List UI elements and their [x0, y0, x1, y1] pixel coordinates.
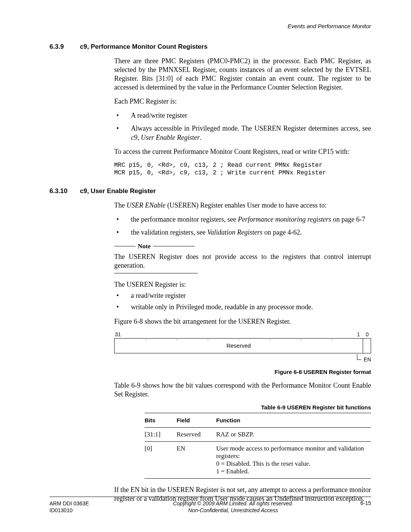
paragraph: The USER ENable (USEREN) Register enable… — [114, 201, 371, 210]
rule-line — [153, 246, 195, 246]
cell-field: EN — [177, 441, 216, 478]
doc-subid: ID013010 — [49, 507, 133, 514]
note-close-rule — [114, 273, 198, 273]
footer-left: ARM DDI 0363E ID013010 — [49, 500, 133, 514]
paragraph: To access the current Performance Monito… — [114, 147, 371, 156]
note-open-rule: Note — [114, 243, 371, 250]
col-header-bits: Bits — [145, 413, 177, 427]
paragraph: Each PMC Register is: — [114, 97, 371, 106]
xref: Performance monitoring registers — [238, 216, 331, 223]
bullet-list: a read/write register writable only in P… — [114, 291, 371, 312]
register-fields: Reserved — [114, 338, 371, 353]
rule-line — [114, 246, 135, 246]
function-line: 1 = Enabled. — [216, 468, 366, 475]
cell-field: Reserved — [177, 427, 216, 441]
useren-bit-table: Bits Field Function [31:1] Reserved RAZ … — [145, 413, 371, 479]
bullet-list: A read/write register Always accessible … — [114, 111, 371, 142]
classification: Non-Confidential, Unrestricted Access — [133, 507, 333, 514]
section-639-body: There are three PMC Registers (PMC0-PMC2… — [114, 57, 371, 177]
note-body: The USEREN Register does not provide acc… — [114, 252, 371, 270]
list-item: the performance monitor registers, see P… — [114, 215, 371, 224]
bit-label-31: 31 — [114, 331, 354, 337]
section-number: 6.3.10 — [49, 187, 80, 195]
text: The — [114, 201, 126, 209]
term: USER ENable — [126, 201, 165, 209]
bullet-list: the performance monitor registers, see P… — [114, 215, 371, 237]
page-footer: ARM DDI 0363E ID013010 Copyright © 2009 … — [49, 497, 371, 514]
code-block: MRC p15, 0, <Rd>, c9, c13, 2 ; Read curr… — [114, 161, 371, 177]
text: the performance monitor registers, see — [131, 216, 238, 223]
text: (USEREN) Register enables User mode to h… — [166, 201, 327, 209]
list-item: writable only in Privileged mode, readab… — [114, 303, 371, 312]
list-item: Always accessible in Privileged mode. Th… — [114, 124, 371, 142]
function-line: 0 = Disabled. This is the reset value. — [216, 460, 366, 468]
cell-bits: [0] — [145, 441, 177, 478]
text: Always accessible in Privileged mode. Th… — [131, 125, 371, 132]
register-bit-labels: 31 1 0 — [114, 331, 371, 337]
register-figure: 31 1 0 Reserved EN — [114, 331, 371, 361]
copyright: Copyright © 2009 ARM Limited. All rights… — [133, 500, 333, 507]
footer-right: 6-15 — [333, 500, 371, 506]
table-caption: Table 6-9 USEREN Register bit functions — [145, 404, 371, 411]
section-heading-6310: 6.3.10 c9, User Enable Register — [49, 187, 371, 195]
table-header-row: Bits Field Function — [145, 413, 371, 427]
note-label: Note — [135, 243, 153, 250]
table-region: Table 6-9 USEREN Register bit functions … — [145, 404, 371, 479]
table-row: [31:1] Reserved RAZ or SBZP. — [145, 427, 371, 441]
list-item: A read/write register — [114, 111, 371, 120]
bit-label-0: 0 — [363, 331, 371, 337]
text: on page 4-62. — [263, 228, 302, 236]
paragraph: Figure 6-8 shows the bit arrangement for… — [114, 317, 371, 326]
function-line: User mode access to performance monitor … — [216, 445, 366, 460]
paragraph: There are three PMC Registers (PMC0-PMC2… — [114, 57, 371, 92]
text: . — [200, 134, 202, 141]
callout-label: EN — [364, 356, 371, 363]
register-en-callout: EN — [114, 355, 371, 361]
doc-id: ARM DDI 0363E — [49, 500, 133, 507]
callout-hook-icon — [357, 354, 361, 360]
paragraph: The USEREN Register is: — [114, 280, 371, 289]
running-header: Events and Performance Monitor — [49, 23, 371, 29]
col-header-field: Field — [177, 413, 216, 427]
cell-function: User mode access to performance monitor … — [216, 441, 371, 478]
section-number: 6.3.9 — [49, 43, 80, 51]
footer-center: Copyright © 2009 ARM Limited. All rights… — [133, 500, 333, 514]
text: the validation registers, see — [131, 228, 207, 236]
cell-bits: [31:1] — [145, 427, 177, 441]
register-field-en — [363, 338, 371, 353]
bit-label-1: 1 — [354, 331, 363, 337]
paragraph: Table 6-9 shows how the bit values corre… — [114, 381, 371, 399]
page-number: 6-15 — [360, 500, 371, 506]
section-title: c9, User Enable Register — [80, 187, 156, 195]
section-6310-body: The USER ENable (USEREN) Register enable… — [114, 201, 371, 398]
xref: c9, User Enable Register — [131, 134, 200, 141]
xref: Validation Registers — [207, 228, 263, 236]
list-item: a read/write register — [114, 291, 371, 300]
section-heading-639: 6.3.9 c9, Performance Monitor Count Regi… — [49, 43, 371, 51]
page: Events and Performance Monitor 6.3.9 c9,… — [0, 0, 411, 532]
text: on page 6-7 — [331, 216, 365, 223]
register-field-label: Reserved — [226, 342, 251, 349]
table-row: [0] EN User mode access to performance m… — [145, 441, 371, 478]
col-header-function: Function — [216, 413, 371, 427]
section-title: c9, Performance Monitor Count Registers — [80, 43, 207, 51]
list-item: the validation registers, see Validation… — [114, 228, 371, 237]
cell-function: RAZ or SBZP. — [216, 427, 371, 441]
figure-caption: Figure 6-8 USEREN Register format — [114, 369, 371, 375]
register-field-reserved: Reserved — [114, 338, 363, 353]
